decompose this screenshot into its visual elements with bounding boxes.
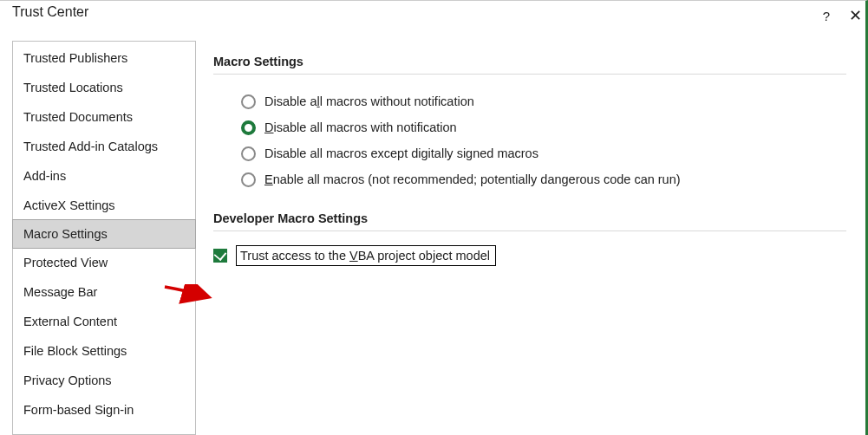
radio-label: Enable all macros (not recommended; pote… [264, 172, 681, 186]
sidebar-item[interactable]: Add-ins [13, 161, 195, 191]
radio-label: Disable all macros without notification [264, 94, 474, 108]
sidebar-item-label: Macro Settings [23, 227, 108, 241]
sidebar-item[interactable]: Form-based Sign-in [13, 395, 195, 425]
radio-icon [241, 120, 256, 135]
titlebar: Trust Center ? ✕ [0, 1, 865, 41]
sidebar-item[interactable]: Macro Settings [12, 219, 196, 249]
sidebar-item-label: External Content [23, 315, 117, 328]
macro-radio-option[interactable]: Disable all macros with notification [241, 114, 846, 140]
sidebar-item-label: ActiveX Settings [23, 198, 115, 212]
sidebar-item[interactable]: Message Bar [13, 277, 195, 307]
section-macro-settings-heading: Macro Settings [213, 55, 846, 68]
sidebar-item[interactable]: Protected View [13, 248, 195, 277]
sidebar-item-label: Form-based Sign-in [23, 403, 134, 417]
sidebar-item[interactable]: Trusted Locations [13, 73, 195, 102]
radio-label: Disable all macros except digitally sign… [264, 146, 538, 160]
sidebar-item[interactable]: Trusted Add-in Catalogs [13, 132, 195, 161]
sidebar-item[interactable]: Trusted Publishers [13, 43, 195, 73]
sidebar-item-label: Privacy Options [23, 373, 112, 387]
radio-icon [241, 172, 256, 187]
sidebar-item-label: Trusted Locations [23, 81, 123, 94]
sidebar-item-label: Trusted Documents [23, 110, 133, 124]
macro-radio-group: Disable all macros without notificationD… [213, 88, 846, 192]
sidebar-item-label: Add-ins [23, 169, 66, 183]
sidebar-item[interactable]: Trusted Documents [13, 102, 195, 132]
macro-radio-option[interactable]: Enable all macros (not recommended; pote… [241, 166, 846, 192]
close-icon[interactable]: ✕ [849, 6, 862, 25]
window-title: Trust Center [12, 4, 88, 20]
trust-vba-checkbox[interactable] [213, 249, 227, 263]
radio-icon [241, 146, 256, 161]
sidebar-item[interactable]: External Content [13, 307, 195, 336]
sidebar-item-label: Trusted Add-in Catalogs [23, 140, 158, 153]
main-panel: Macro Settings Disable all macros withou… [196, 41, 865, 435]
section-developer-heading: Developer Macro Settings [213, 211, 846, 225]
divider [213, 230, 846, 231]
help-icon[interactable]: ? [823, 9, 830, 23]
sidebar: Trusted PublishersTrusted LocationsTrust… [12, 41, 196, 435]
sidebar-item[interactable]: Privacy Options [13, 366, 195, 395]
macro-radio-option[interactable]: Disable all macros without notification [241, 88, 846, 114]
sidebar-item-label: Message Bar [23, 285, 97, 299]
sidebar-item-label: File Block Settings [23, 344, 127, 358]
radio-label: Disable all macros with notification [264, 120, 457, 134]
radio-icon [241, 94, 256, 109]
sidebar-item-label: Trusted Publishers [23, 51, 127, 65]
divider [213, 74, 846, 75]
sidebar-item[interactable]: File Block Settings [13, 336, 195, 366]
macro-radio-option[interactable]: Disable all macros except digitally sign… [241, 140, 846, 166]
sidebar-item[interactable]: ActiveX Settings [13, 191, 195, 220]
sidebar-item-label: Protected View [23, 256, 108, 269]
trust-vba-label: Trust access to the VBA project object m… [236, 245, 496, 266]
